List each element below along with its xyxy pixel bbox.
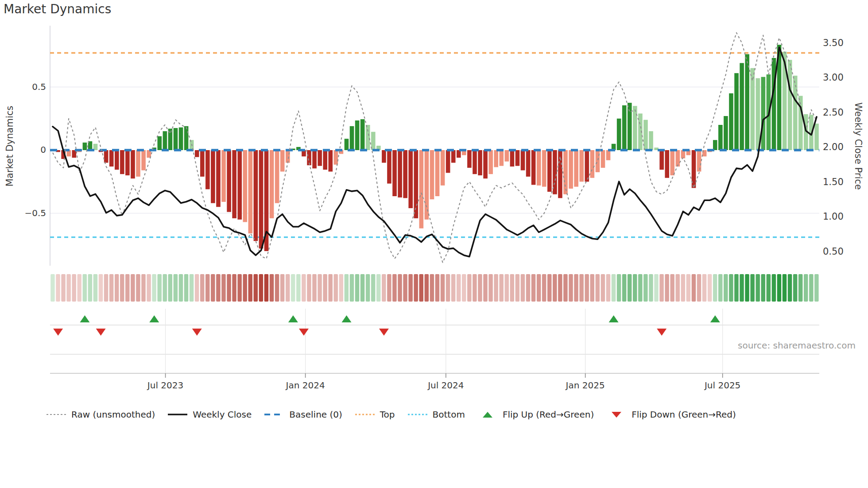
heatmap-cell	[83, 274, 87, 302]
dynamics-bar	[665, 150, 669, 178]
dynamics-bar	[729, 93, 733, 150]
heatmap-cell	[654, 274, 658, 302]
heatmap-cell	[414, 274, 418, 302]
dynamics-bar	[323, 150, 327, 170]
dynamics-bar	[793, 76, 798, 150]
heatmap-cell	[659, 274, 663, 302]
weekly-close-swatch-icon	[167, 411, 188, 418]
heatmap-cell	[531, 274, 535, 302]
dynamics-bar	[569, 150, 573, 189]
dynamics-bar	[750, 68, 755, 150]
heatmap-cell	[451, 274, 455, 302]
right-tick-label: 3.00	[823, 72, 844, 83]
heatmap-cell	[665, 274, 669, 302]
legend: Raw (unsmoothed)Weekly CloseBaseline (0)…	[46, 409, 736, 420]
dynamics-bar	[120, 150, 124, 174]
flip-down-marker	[379, 329, 389, 336]
heatmap-cell	[307, 274, 311, 302]
heatmap-cell	[366, 274, 370, 302]
dynamics-bar	[531, 150, 536, 185]
dynamics-bar	[521, 150, 525, 170]
dynamics-bar	[254, 150, 258, 241]
heatmap-cell	[334, 274, 338, 302]
legend-label: Top	[380, 409, 395, 420]
dynamics-bar	[280, 150, 285, 171]
dynamics-bar	[505, 150, 509, 162]
right-tick-label: 2.50	[823, 107, 844, 118]
heatmap-cell	[601, 274, 605, 302]
legend-item-flip-up: Flip Up (Red→Green)	[477, 409, 594, 420]
dynamics-bar	[328, 150, 333, 171]
dynamics-bar	[441, 150, 445, 186]
dynamics-bar	[499, 150, 504, 166]
heatmap-cell	[783, 274, 787, 302]
dynamics-bar	[408, 150, 413, 208]
dynamics-bar	[141, 150, 146, 170]
dynamics-bar	[403, 150, 407, 198]
heatmap-cell	[467, 274, 471, 302]
legend-label: Baseline (0)	[289, 409, 342, 420]
heatmap-cell	[558, 274, 562, 302]
flip-up-marker	[80, 315, 89, 322]
heatmap-cell	[708, 274, 712, 302]
heatmap-cell	[563, 274, 567, 302]
heatmap-cell	[686, 274, 690, 302]
dynamics-bar	[740, 63, 744, 150]
dynamics-bar	[382, 150, 386, 163]
x-tick-label: Jul 2024	[428, 380, 464, 391]
raw-swatch-icon	[46, 411, 67, 418]
heatmap-cell	[323, 274, 327, 302]
heatmap-cell	[387, 274, 391, 302]
dynamics-bar	[724, 116, 728, 150]
heatmap-cell	[435, 274, 439, 302]
heatmap-cell	[430, 274, 434, 302]
dynamics-bar	[659, 150, 664, 170]
heatmap-cell	[617, 274, 621, 302]
heatmap-cell	[521, 274, 525, 302]
flip-down-marker	[192, 329, 202, 336]
heatmap-cell	[510, 274, 514, 302]
heatmap-cell	[280, 274, 284, 302]
heatmap-cell	[382, 274, 386, 302]
dynamics-bar	[590, 150, 595, 178]
heatmap-cell	[61, 274, 65, 302]
heatmap-cell	[622, 274, 626, 302]
dynamics-bar	[585, 150, 589, 182]
market-dynamics-page: Market Dynamics Market Dynamics Weekly C…	[0, 0, 868, 488]
flip-up-marker	[288, 315, 298, 322]
heatmap-cell	[702, 274, 706, 302]
left-tick-label: −0.5	[18, 208, 46, 218]
dynamics-bar	[649, 131, 653, 150]
heatmap-cell	[408, 274, 412, 302]
dynamics-bar	[419, 150, 424, 229]
left-tick-label: 0.5	[18, 81, 46, 92]
heatmap-cell	[814, 274, 818, 302]
heatmap-cell	[291, 274, 295, 302]
heatmap-cell	[136, 274, 140, 302]
heatmap-cell	[681, 274, 685, 302]
dynamics-bar	[387, 150, 391, 184]
dynamics-bar	[360, 119, 365, 150]
left-tick-label: 0	[18, 144, 46, 155]
heatmap-cell	[115, 274, 119, 302]
heatmap-cell	[254, 274, 258, 302]
heatmap-cell	[312, 274, 316, 302]
heatmap-cell	[628, 274, 632, 302]
heatmap-cell	[93, 274, 97, 302]
heatmap-cell	[425, 274, 429, 302]
flip-up-swatch-icon	[477, 411, 498, 418]
dynamics-bar	[430, 150, 434, 199]
legend-item-baseline: Baseline (0)	[264, 409, 342, 420]
heatmap-cell	[505, 274, 509, 302]
dynamics-bar	[596, 150, 600, 172]
heatmap-cell	[147, 274, 151, 302]
heatmap-cell	[483, 274, 487, 302]
heatmap-cell	[109, 274, 113, 302]
bottom-swatch-icon	[407, 411, 428, 418]
dynamics-bar	[125, 150, 130, 175]
dynamics-bar	[211, 150, 215, 203]
heatmap-cell	[72, 274, 76, 302]
dynamics-bar	[788, 60, 792, 150]
dynamics-bar	[205, 150, 210, 189]
x-tick-label: Jul 2023	[147, 380, 183, 391]
